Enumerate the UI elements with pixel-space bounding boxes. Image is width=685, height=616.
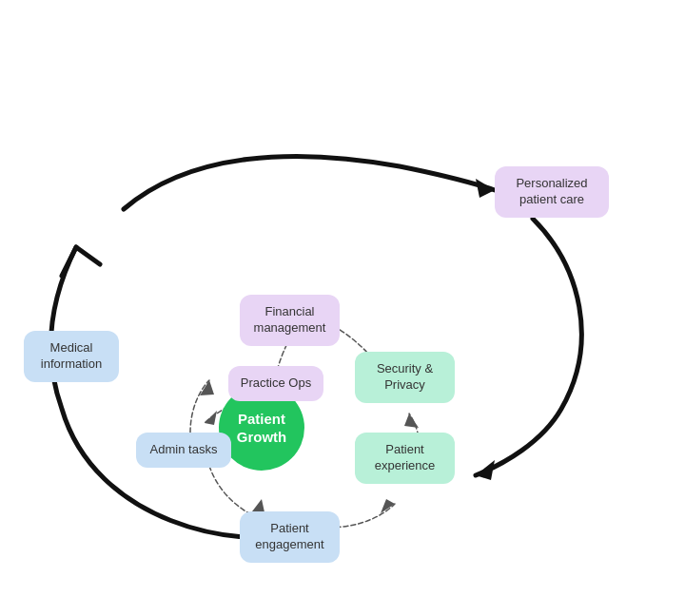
practice-ops-node: Practice Ops: [228, 366, 323, 401]
center-label: Patient Growth: [237, 410, 287, 447]
medical-info-label: Medical information: [35, 340, 108, 373]
patient-engagement-label: Patient engagement: [251, 521, 328, 553]
svg-marker-6: [404, 414, 419, 428]
svg-marker-5: [381, 499, 395, 513]
patient-experience-node: Patient experience: [355, 433, 455, 484]
security-privacy-node: Security & Privacy: [355, 352, 455, 403]
practice-ops-label: Practice Ops: [241, 375, 311, 392]
security-privacy-label: Security & Privacy: [366, 361, 443, 394]
personalized-care-label: Personalized patient care: [506, 176, 597, 208]
personalized-care-node: Personalized patient care: [495, 166, 609, 218]
svg-marker-0: [476, 179, 495, 198]
financial-label: Financial management: [251, 304, 328, 337]
medical-info-node: Medical information: [24, 331, 119, 382]
svg-marker-1: [476, 460, 495, 480]
svg-marker-8: [200, 380, 214, 395]
patient-experience-label: Patient experience: [366, 442, 443, 474]
admin-tasks-node: Admin tasks: [136, 433, 231, 468]
financial-node: Financial management: [240, 295, 340, 346]
arrows-svg: [0, 0, 685, 616]
svg-marker-3: [205, 411, 217, 425]
patient-engagement-node: Patient engagement: [240, 511, 340, 563]
diagram-container: Patient Growth Financial management Prac…: [0, 0, 685, 616]
admin-tasks-label: Admin tasks: [150, 442, 218, 458]
